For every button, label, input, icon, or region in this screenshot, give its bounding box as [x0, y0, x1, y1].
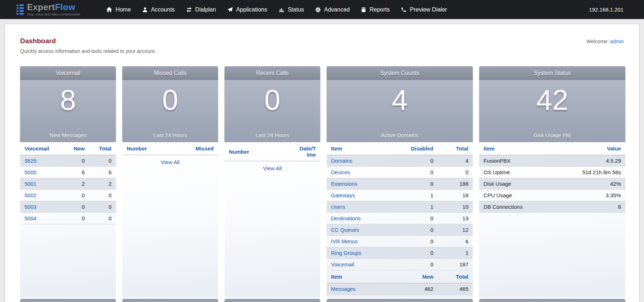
- menu-item-status[interactable]: Status: [278, 4, 305, 15]
- table-row: 500400: [20, 213, 116, 224]
- table-row: Voicemail0187: [327, 259, 473, 270]
- row-link[interactable]: 5000: [24, 169, 36, 175]
- row-value-cell: 0: [63, 155, 89, 167]
- card-table-panel: ItemValueFusionPBX4.5.29OS Uptime51d 21h…: [479, 142, 625, 297]
- row-value-cell: 0: [63, 190, 89, 201]
- column-header: Total: [89, 142, 116, 155]
- view-all-link[interactable]: View All: [161, 159, 180, 165]
- row-link[interactable]: Domains: [331, 158, 352, 164]
- row-label-cell: Messages: [327, 283, 403, 295]
- row-value-cell: 8: [559, 201, 625, 213]
- notebook-icon: [361, 7, 366, 13]
- menu-item-accounts[interactable]: Accounts: [141, 4, 176, 15]
- bar-chart-icon: [278, 7, 285, 13]
- row-value-cell: 0: [403, 236, 437, 247]
- card-big-number-area: 4Active Domains: [327, 80, 473, 142]
- card-title: System Status: [479, 66, 625, 80]
- app-logo[interactable]: ExpertFlow chat, voice and video contact…: [17, 3, 80, 16]
- row-value-cell: 2: [63, 178, 89, 190]
- card-title: Voicemail: [20, 66, 116, 80]
- welcome-user-link[interactable]: admin: [610, 39, 624, 44]
- main-menu: HomeAccountsDialplanApplicationsStatusAd…: [105, 4, 589, 15]
- card-big-value: 0: [162, 86, 178, 114]
- menu-item-label: Preview Dialer: [410, 6, 447, 13]
- row-link[interactable]: 5001: [24, 181, 36, 187]
- row-label-cell: CC Queues: [327, 224, 403, 236]
- row-value-cell: FusionPBX: [479, 155, 559, 167]
- row-value-cell: 0: [403, 213, 437, 224]
- row-value-cell: 10: [438, 201, 473, 213]
- server-ip-label: 192.168.1.201: [589, 6, 623, 13]
- row-link[interactable]: Users: [331, 204, 345, 210]
- row-value-cell: 12: [438, 224, 473, 236]
- row-link[interactable]: CC Queues: [331, 227, 359, 233]
- card-title: Recent Calls: [225, 66, 320, 80]
- row-link[interactable]: Messages: [331, 286, 355, 292]
- next-row-card-header-partial: [20, 299, 116, 302]
- menu-item-applications[interactable]: Applications: [226, 4, 268, 15]
- row-label-cell: Destinations: [327, 213, 403, 224]
- row-link[interactable]: Extensions: [331, 181, 357, 187]
- menu-item-advanced[interactable]: Advanced: [314, 4, 350, 15]
- row-link[interactable]: Voicemail: [331, 261, 354, 267]
- logo-tagline: chat, voice and video contactcenter: [27, 13, 80, 16]
- row-value-cell: 51d 21h 8m 56s: [559, 167, 625, 178]
- logo-wordmark: ExpertFlow: [27, 3, 80, 12]
- card-widget: Recent Calls0Last 24 Hours: [225, 66, 320, 142]
- table-row: 362500: [20, 155, 116, 167]
- row-link[interactable]: Gateways: [331, 192, 355, 198]
- row-link[interactable]: 5003: [24, 204, 36, 210]
- row-value-cell: 465: [438, 283, 473, 295]
- menu-item-label: Applications: [236, 6, 267, 13]
- paper-plane-icon: [227, 7, 233, 13]
- table-row: DB Connections8: [479, 201, 625, 213]
- logo-grid-icon: [17, 4, 24, 15]
- menu-item-preview-dialer[interactable]: Preview Dialer: [400, 4, 448, 15]
- table-row: Gateways118: [327, 190, 473, 201]
- row-value-cell: 0: [403, 178, 437, 190]
- dashboard-card-system-status: System Status42Disk Usage (%)ItemValueFu…: [479, 66, 625, 302]
- page-title: Dashboard: [20, 37, 156, 45]
- card-big-label: Last 24 Hours: [153, 132, 187, 142]
- row-value-cell: 0: [63, 213, 89, 224]
- card-table: ItemDisabledTotalDomains04Devices00Exten…: [327, 142, 473, 270]
- menu-item-reports[interactable]: Reports: [360, 4, 390, 15]
- card-big-label: Disk Usage (%): [534, 132, 571, 142]
- menu-item-label: Status: [288, 6, 304, 13]
- table-row: Destinations013: [327, 213, 473, 224]
- gear-icon: [315, 7, 321, 13]
- row-value-cell: 6: [63, 167, 89, 178]
- row-link[interactable]: Devices: [331, 169, 350, 175]
- column-header: New: [63, 142, 89, 155]
- row-label-cell: Extensions: [327, 178, 403, 190]
- menu-item-home[interactable]: Home: [105, 4, 132, 15]
- dashboard-card-recent-calls: Recent Calls0Last 24 HoursNumberDate/Tim…: [225, 66, 320, 302]
- row-link[interactable]: 3625: [24, 158, 36, 164]
- menu-item-dialplan[interactable]: Dialplan: [185, 4, 217, 15]
- table-row: CC Queues012: [327, 224, 473, 236]
- row-value-cell: 6: [89, 167, 116, 178]
- row-link[interactable]: Destinations: [331, 215, 361, 221]
- card-big-label: New Messages: [50, 132, 87, 142]
- user-icon: [142, 7, 148, 13]
- card-big-number-area: 8New Messages: [20, 80, 116, 142]
- table-row: CPU Usage3.35%: [479, 190, 625, 201]
- column-header: Missed: [180, 142, 218, 155]
- row-value-cell: OS Uptime: [479, 167, 559, 178]
- row-link[interactable]: 5004: [24, 215, 36, 221]
- card-big-number-area: 0Last 24 Hours: [225, 80, 320, 142]
- row-value-cell: 13: [438, 213, 473, 224]
- dashboard-panel: Dashboard Quickly access information and…: [4, 24, 640, 302]
- row-link[interactable]: Ring Groups: [331, 250, 361, 256]
- row-label-cell: Domains: [327, 155, 403, 167]
- card-big-label: Last 24 Hours: [255, 132, 289, 142]
- view-all-link[interactable]: View All: [263, 165, 282, 171]
- transfer-arrows-icon: [186, 7, 192, 13]
- row-link[interactable]: 5002: [24, 192, 36, 198]
- row-link[interactable]: IVR Menus: [331, 238, 358, 244]
- dashboard-card-missed-calls: Missed Calls0Last 24 HoursNumberMissedVi…: [122, 66, 218, 302]
- table-row: IVR Menus06: [327, 236, 473, 247]
- card-big-value: 4: [392, 86, 408, 114]
- column-header: Value: [559, 142, 625, 155]
- card-table: ItemValueFusionPBX4.5.29OS Uptime51d 21h…: [479, 142, 625, 213]
